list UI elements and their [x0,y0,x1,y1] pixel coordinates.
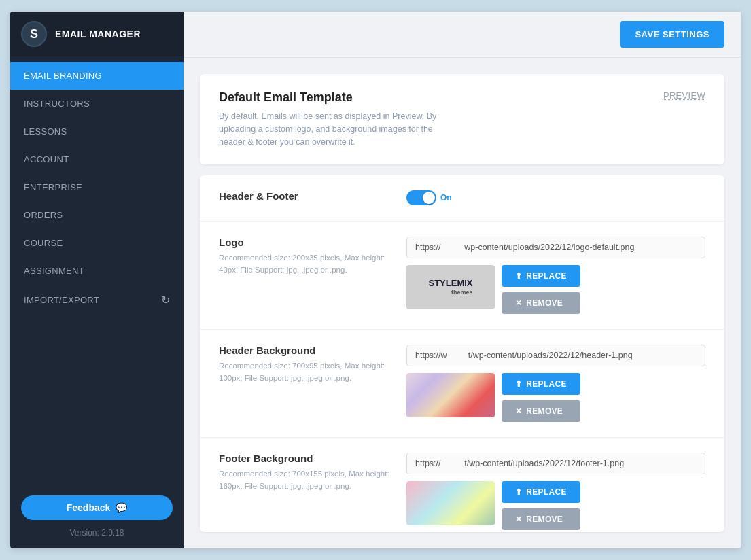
close-icon: ✕ [515,406,522,416]
content-area: Default Email Template By default, Email… [184,58,741,548]
header-bg-row: Header Background Recommended size: 700x… [200,330,724,438]
close-icon: ✕ [515,298,522,308]
toggle-label: On [440,193,452,203]
logo-replace-button[interactable]: ⬆ REPLACE [502,265,580,287]
sidebar-item-instructors[interactable]: INSTRUCTORS [10,90,184,118]
footer-bg-label: Footer Background [219,453,396,464]
logo-label: Logo [219,237,396,248]
version-label: Version: 2.9.18 [69,528,124,538]
footer-bg-replace-button[interactable]: ⬆ REPLACE [502,481,580,503]
app-title: EMAIL MANAGER [55,29,141,39]
preview-link[interactable]: PREVIEW [663,90,705,101]
logo-remove-button[interactable]: ✕ REMOVE [502,292,580,314]
header-bg-url-input[interactable] [406,345,705,366]
header-bg-thumbnail [406,373,495,417]
sidebar-footer: Feedback 💬 Version: 2.9.18 [10,485,184,548]
upload-icon: ⬆ [515,379,522,389]
footer-bg-url-input[interactable] [406,453,705,474]
header-bg-label: Header Background [219,345,396,356]
logo-image-actions: STYLEMIXthemes ⬆ REPLACE ✕ REM [406,265,705,314]
sidebar-item-import-export[interactable]: IMPORT/EXPORT ↻ [10,285,184,315]
header-bg-remove-button[interactable]: ✕ REMOVE [502,400,580,422]
footer-bg-action-buttons: ⬆ REPLACE ✕ REMOVE [502,481,580,530]
template-title: Default Email Template [219,90,457,105]
footer-bg-sublabel: Recommended size: 700x155 pixels, Max he… [219,468,396,492]
upload-icon: ⬆ [515,271,522,281]
template-description: By default, Emails will be sent as displ… [219,110,457,148]
refresh-icon: ↻ [161,294,170,307]
header-bg-replace-button[interactable]: ⬆ REPLACE [502,373,580,395]
sidebar: S EMAIL MANAGER EMAIL BRANDING INSTRUCTO… [10,12,184,548]
logo-row: Logo Recommended size: 200x35 pixels, Ma… [200,222,724,330]
settings-card: Header & Footer On Logo [200,175,724,532]
sidebar-nav: EMAIL BRANDING INSTRUCTORS LESSONS ACCOU… [10,56,184,485]
template-info-card: Default Email Template By default, Email… [200,74,724,164]
save-settings-button[interactable]: SAVE SETTINGS [620,21,724,48]
logo-action-buttons: ⬆ REPLACE ✕ REMOVE [502,265,580,314]
header-bg-action-buttons: ⬆ REPLACE ✕ REMOVE [502,373,580,422]
header-footer-row: Header & Footer On [200,175,724,222]
sidebar-item-assignment[interactable]: ASSIGNMENT [10,257,184,285]
sidebar-item-account[interactable]: ACCOUNT [10,145,184,173]
feedback-button[interactable]: Feedback 💬 [21,495,173,520]
header-footer-toggle[interactable] [406,190,436,205]
footer-bg-image-actions: ⬆ REPLACE ✕ REMOVE [406,481,705,530]
sidebar-header: S EMAIL MANAGER [10,12,184,56]
stylemix-logo: STYLEMIXthemes [428,279,472,296]
app-logo: S [21,21,47,47]
sidebar-item-orders[interactable]: ORDERS [10,201,184,229]
sidebar-item-enterprise[interactable]: ENTERPRISE [10,173,184,201]
close-icon: ✕ [515,514,522,524]
chat-icon: 💬 [116,502,127,513]
logo-thumbnail: STYLEMIXthemes [406,265,495,309]
footer-bg-remove-button[interactable]: ✕ REMOVE [502,508,580,530]
main-content: SAVE SETTINGS Default Email Template By … [184,12,741,548]
sidebar-item-email-branding[interactable]: EMAIL BRANDING [10,62,184,90]
upload-icon: ⬆ [515,487,522,497]
sidebar-item-lessons[interactable]: LESSONS [10,118,184,145]
logo-url-input[interactable] [406,237,705,258]
header-bg-image-actions: ⬆ REPLACE ✕ REMOVE [406,373,705,422]
footer-bg-thumbnail [406,481,495,525]
logo-sublabel: Recommended size: 200x35 pixels, Max hei… [219,252,396,276]
footer-bg-row: Footer Background Recommended size: 700x… [200,438,724,532]
header-footer-label: Header & Footer [219,190,396,202]
toggle-knob [423,192,435,204]
topbar: SAVE SETTINGS [184,12,741,58]
toggle-wrapper: On [406,190,705,205]
sidebar-item-course[interactable]: COURSE [10,229,184,257]
header-bg-sublabel: Recommended size: 700x95 pixels, Max hei… [219,360,396,384]
